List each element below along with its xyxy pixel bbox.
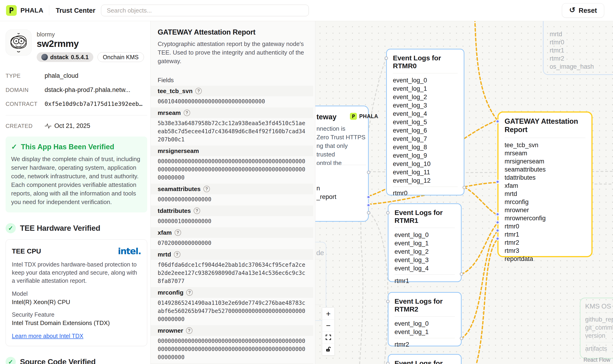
help-icon[interactable]: ? <box>186 289 193 296</box>
event-log-row[interactable]: event_log_9 <box>393 151 458 160</box>
attestation-handle-title <box>496 119 499 123</box>
event-log-row[interactable]: event_log_10 <box>393 160 458 168</box>
attestation-field-row[interactable]: tee_tcb_svn <box>505 141 585 149</box>
event-log-row[interactable]: event_log_0 <box>393 76 458 84</box>
fit-view-icon <box>326 335 331 340</box>
clipped-node-text-fragment: de <box>316 249 324 257</box>
field-value[interactable]: 06010400000000000000000000000000 <box>151 96 307 107</box>
field-label-row: mrtd ? <box>151 249 313 260</box>
reset-button[interactable]: ↺ Reset <box>562 3 604 18</box>
app-avatar <box>6 29 32 55</box>
event-log-row[interactable]: event_log_2 <box>394 247 455 256</box>
kms-os-node[interactable]: KMS OS C github_repogit_commitversion ar… <box>580 298 613 359</box>
dstack-version-badge: dstack 0.5.4.1 <box>37 52 93 62</box>
attestation-field-row[interactable]: tdattributes <box>505 174 585 182</box>
field-value[interactable]: f06dfda6dce1cf904d4e2bab1dc370634cf95cef… <box>151 260 307 287</box>
attestation-field-row[interactable]: rtmr3 <box>505 247 585 255</box>
react-flow-attribution[interactable]: React Flow <box>584 357 610 363</box>
rtmr2-output-row[interactable]: rtmr2 <box>389 338 461 352</box>
security-feature-label: Security Feature <box>12 311 141 318</box>
source-check-icon: ✓ <box>6 357 16 364</box>
contract-value[interactable]: 0xf5e10d9cb7a7175d11e392eeb… <box>45 101 142 107</box>
fields-list: tee_tcb_svn ? 06010400000000000000000000… <box>151 86 313 364</box>
event-log-row[interactable]: event_log_1 <box>393 84 458 93</box>
onchain-kms-badge: Onchain KMS <box>98 52 144 62</box>
attestation-field-row[interactable]: xfam <box>505 182 585 190</box>
event-log-row[interactable]: event_log_3 <box>394 256 455 264</box>
kms-node-rows: github_repogit_commitversion <box>580 313 613 341</box>
attestation-field-row[interactable]: mrtd <box>505 190 585 198</box>
help-icon[interactable]: ? <box>195 88 202 94</box>
event-log-row[interactable]: event_log_0 <box>394 231 455 239</box>
help-icon[interactable]: ? <box>194 208 200 214</box>
rtmr1-output-row[interactable]: rtmr1 <box>389 275 461 288</box>
event-logs-rtmr2-node[interactable]: Event Logs for RTMR2 event_log_0event_lo… <box>388 292 462 346</box>
field-name: mrsignerseam <box>158 147 199 155</box>
event-log-row[interactable]: event_log_4 <box>393 110 458 118</box>
event-log-row[interactable]: event_log_3 <box>393 101 458 110</box>
verified-check-icon: ✓ <box>11 143 17 151</box>
ghost-node-row: rtmr1 <box>550 46 613 54</box>
fit-view-button[interactable] <box>322 332 334 343</box>
rtmr0-target-handle <box>385 56 388 60</box>
tee-heading: TEE Hardware Verified <box>20 224 100 233</box>
attestation-field-row[interactable]: rtmr0 <box>505 222 585 231</box>
search-input[interactable] <box>101 5 309 16</box>
event-log-row[interactable]: event_log_8 <box>393 143 458 151</box>
page-title: Trust Center <box>56 7 95 14</box>
event-log-row[interactable]: event_log_12 <box>393 176 458 185</box>
field-label-row: seamattributes ? <box>151 184 313 194</box>
attestation-field-row[interactable]: reportdata <box>505 255 585 263</box>
event-log-row[interactable]: event_log_1 <box>394 328 455 336</box>
event-log-row[interactable]: event_log_1 <box>394 239 455 247</box>
event-log-row[interactable]: event_log_2 <box>393 93 458 101</box>
event-log-row[interactable]: event_log_6 <box>393 126 458 135</box>
zoom-out-button[interactable]: − <box>322 320 334 332</box>
security-feature-value: Intel Trust Domain Extensions (TDX) <box>12 319 141 327</box>
help-icon[interactable]: ? <box>175 229 181 236</box>
help-icon[interactable]: ? <box>186 327 193 334</box>
event-log-row[interactable]: event_log_5 <box>393 118 458 126</box>
event-logs-rtmr1-node[interactable]: Event Logs for RTMR1 event_log_0event_lo… <box>388 203 462 282</box>
phala-brand[interactable]: P PHALA <box>6 5 43 16</box>
help-icon[interactable]: ? <box>203 186 210 192</box>
field-value[interactable]: 5b38e33a6487958b72c3c12a938eaa5e3fd4510c… <box>151 118 307 145</box>
field-value[interactable]: 0000000000000000000000000000000000000000… <box>151 336 307 363</box>
attestation-field-row[interactable]: mrownerconfig <box>505 214 585 222</box>
gateway-attestation-node[interactable]: GATEWAY Attestation Report tee_tcb_svnmr… <box>497 111 593 257</box>
source-code-section-heading: ✓ Source Code Verified <box>6 357 147 364</box>
field-name: mrtd <box>158 251 171 258</box>
attestation-field-row[interactable]: mrowner <box>505 206 585 214</box>
event-log-row[interactable]: event_log_11 <box>393 168 458 176</box>
field-value[interactable]: 0000000000000000 <box>151 194 307 206</box>
attestation-field-row[interactable]: mrsignerseam <box>505 157 585 166</box>
gateway-node-divider <box>316 165 366 165</box>
gateway-node[interactable]: teway P PHALA nnection is Zero Trust HTT… <box>315 106 369 222</box>
intel-tdx-link[interactable]: Learn more about Intel TDX <box>12 333 83 339</box>
gateway-phala-badge: P PHALA <box>350 113 378 120</box>
lock-button[interactable] <box>322 343 334 355</box>
field-value[interactable]: 0000001000000000 <box>151 216 307 227</box>
react-flow-canvas[interactable]: de teway P PHALA nnection is Zero Trust … <box>315 21 613 364</box>
rtmr0-output-row[interactable]: rtmr0 <box>387 187 464 201</box>
field-value[interactable]: 0000000000000000000000000000000000000000… <box>151 156 307 184</box>
event-logs-rtmr0-node[interactable]: Event Logs for RTMR0 event_log_0event_lo… <box>386 49 464 195</box>
attestation-field-row[interactable]: mrseam <box>505 149 585 157</box>
event-log-row[interactable]: event_log_0 <box>394 319 455 328</box>
zoom-in-button[interactable]: + <box>322 308 334 320</box>
domain-value[interactable]: dstack-pha-prod7.phala.netw... <box>45 86 130 93</box>
event-logs-rtmr3-node[interactable]: Event Logs for RTMR3 <box>388 354 462 364</box>
attestation-field-row[interactable]: rtmr2 <box>505 239 585 247</box>
attestation-field-row[interactable]: mrconfig <box>505 198 585 206</box>
attestation-field-row[interactable]: seamattributes <box>505 166 585 174</box>
ghost-node-row: rtmr2 <box>550 54 613 63</box>
help-icon[interactable]: ? <box>184 110 190 116</box>
field-value[interactable]: 0702000000000000 <box>151 238 307 249</box>
tee-cpu-description: Intel TDX provides hardware-based protec… <box>12 260 141 285</box>
event-log-row[interactable]: event_log_4 <box>394 264 455 273</box>
event-log-row[interactable]: event_log_7 <box>393 135 458 143</box>
help-icon[interactable]: ? <box>174 251 181 258</box>
attestation-field-row[interactable]: rtmr1 <box>505 231 585 239</box>
ghost-node-top-right[interactable]: mrtdrtmr0rtmr1rtmr2os_image_hash <box>543 21 613 75</box>
field-value[interactable]: 01492865241490aa1103e2e69de7749c276bae48… <box>151 298 307 325</box>
